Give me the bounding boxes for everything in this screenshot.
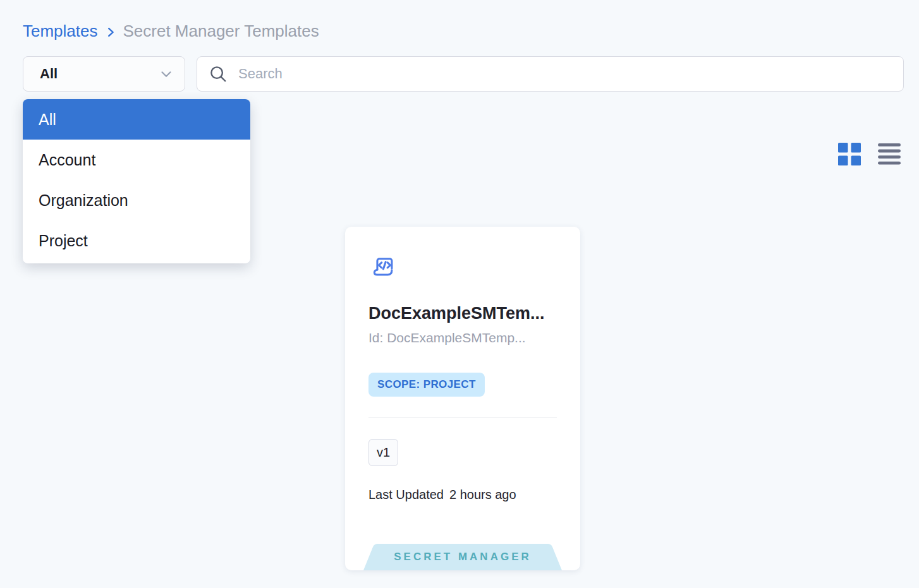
last-updated-value: 2 hours ago <box>449 488 516 502</box>
view-toggle-group <box>838 143 901 165</box>
scope-badge: SCOPE: PROJECT <box>368 373 485 397</box>
list-view-icon[interactable] <box>878 143 901 165</box>
last-updated-label: Last Updated <box>368 488 444 502</box>
module-tag: SECRET MANAGER <box>363 544 562 570</box>
menu-item-all[interactable]: All <box>23 99 250 140</box>
search-icon <box>209 64 228 83</box>
template-id: Id: DocExampleSMTemp... <box>368 330 526 345</box>
breadcrumb: Templates Secret Manager Templates <box>23 21 319 41</box>
template-card[interactable]: DocExampleSMTem... Id: DocExampleSMTemp.… <box>345 227 580 570</box>
grid-view-icon[interactable] <box>838 143 861 165</box>
menu-item-account[interactable]: Account <box>23 140 250 180</box>
card-divider <box>368 417 557 417</box>
breadcrumb-current-page: Secret Manager Templates <box>123 21 319 41</box>
scope-filter-dropdown[interactable]: All <box>23 56 185 92</box>
secret-manager-template-icon <box>369 252 398 284</box>
scope-filter-menu: All Account Organization Project <box>23 99 250 263</box>
template-title: DocExampleSMTem... <box>368 304 545 323</box>
version-chip[interactable]: v1 <box>368 439 398 466</box>
last-updated-row: Last Updated 2 hours ago <box>368 488 516 502</box>
menu-item-project[interactable]: Project <box>23 220 250 261</box>
chevron-right-icon <box>104 25 118 39</box>
module-tag-label: SECRET MANAGER <box>394 551 532 563</box>
scope-filter-selected-value: All <box>40 66 58 82</box>
chevron-down-icon <box>158 66 174 82</box>
search-input[interactable] <box>237 65 892 83</box>
breadcrumb-templates-link[interactable]: Templates <box>23 21 98 41</box>
search-box[interactable] <box>197 56 904 92</box>
menu-item-organization[interactable]: Organization <box>23 180 250 220</box>
